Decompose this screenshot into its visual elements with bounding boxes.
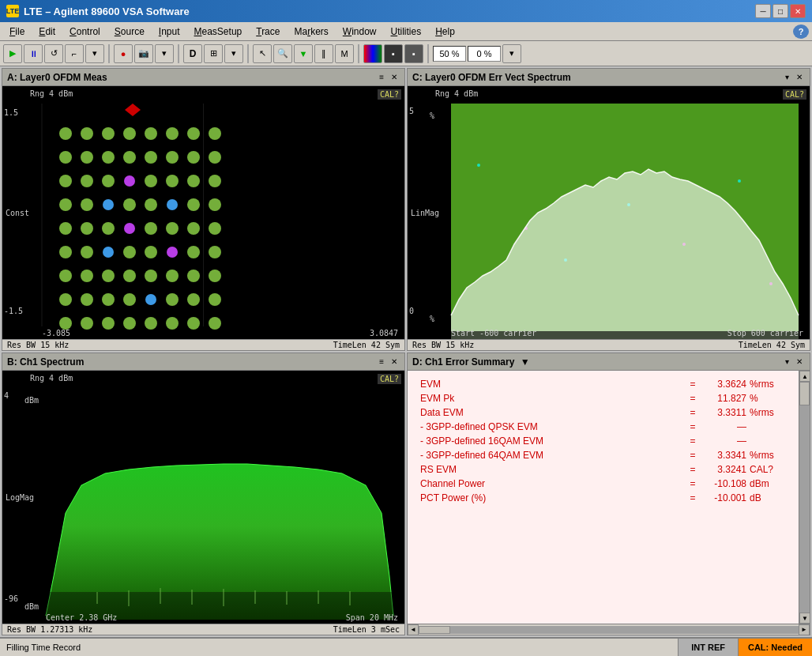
svg-point-42 bbox=[59, 246, 72, 258]
panel-c-close-icon[interactable]: ✕ bbox=[794, 73, 805, 81]
error-name-4: - 3GPP-defined 16QAM EVM bbox=[420, 435, 686, 447]
error-row-5: - 3GPP-defined 64QAM EVM = 3.3341 %rms bbox=[420, 448, 786, 462]
error-name-0: EVM bbox=[420, 379, 686, 390]
panel-b-close-icon[interactable]: ✕ bbox=[389, 357, 400, 366]
svg-point-43 bbox=[81, 246, 93, 258]
scrollbar-up-button[interactable]: ▲ bbox=[799, 371, 810, 382]
bg-button[interactable]: ▪ bbox=[384, 44, 403, 63]
panel-c-info: Res BW 15 kHz TimeLen 42 Sym bbox=[408, 339, 810, 350]
close-button[interactable]: ✕ bbox=[790, 4, 806, 18]
status-intref: INT REF bbox=[678, 639, 739, 656]
step-button[interactable]: ⌐ bbox=[65, 44, 84, 63]
panel-b: B: Ch1 Spectrum ≡ ✕ Rng 4 dBm CAL? 4 dBm… bbox=[2, 353, 405, 635]
menu-help[interactable]: Help bbox=[429, 25, 461, 39]
menu-trace[interactable]: Trace bbox=[250, 25, 286, 39]
svg-point-29 bbox=[123, 198, 136, 211]
menu-file[interactable]: File bbox=[3, 25, 31, 39]
panel-d-scroll: EVM = 3.3624 %rms EVM Pk = 11.827 % Data… bbox=[408, 371, 810, 624]
grid-down-button[interactable]: ▾ bbox=[224, 44, 243, 63]
svg-point-56 bbox=[187, 270, 200, 282]
panel-a-close-icon[interactable]: ✕ bbox=[389, 73, 400, 81]
toolbar-sep-5 bbox=[427, 44, 429, 63]
record-button[interactable]: ● bbox=[114, 44, 133, 63]
panel-d-dropdown-icon[interactable]: ▼ bbox=[521, 356, 530, 368]
svg-point-58 bbox=[59, 293, 72, 306]
percent-down-button[interactable]: ▾ bbox=[502, 44, 521, 63]
panel-a-x-right: 3.0847 bbox=[370, 329, 398, 337]
toolbar-sep-3 bbox=[247, 44, 249, 63]
step-down-button[interactable]: ▾ bbox=[85, 44, 104, 63]
error-eq-6: = bbox=[686, 464, 699, 475]
maximize-button[interactable]: □ bbox=[773, 4, 788, 18]
toolbar-sep-1 bbox=[108, 44, 110, 63]
error-row-0: EVM = 3.3624 %rms bbox=[420, 377, 786, 391]
menu-control[interactable]: Control bbox=[63, 25, 107, 39]
play-button[interactable]: ▶ bbox=[3, 44, 22, 63]
percent1-display[interactable]: 50 % bbox=[433, 46, 466, 62]
zoom-button[interactable]: 🔍 bbox=[273, 44, 292, 63]
error-val-4: — bbox=[699, 435, 746, 447]
svg-point-14 bbox=[145, 151, 157, 164]
toolbar-sep-2 bbox=[178, 44, 179, 63]
panel-b-info: Res BW 1.27313 kHz TimeLen 3 mSec bbox=[2, 624, 404, 635]
trace-button[interactable]: ▪ bbox=[404, 44, 423, 63]
percent2-display[interactable]: 0 % bbox=[468, 46, 501, 62]
screenshot-button[interactable]: 📷 bbox=[134, 44, 153, 63]
hscroll-track[interactable] bbox=[419, 626, 799, 634]
title-bar: LTE LTE – Agilent 89600 VSA Software ─ □… bbox=[0, 0, 812, 22]
svg-point-54 bbox=[145, 270, 157, 282]
minimize-button[interactable]: ─ bbox=[755, 4, 771, 18]
panel-b-header: B: Ch1 Spectrum ≡ ✕ bbox=[2, 353, 404, 371]
hscroll-thumb[interactable] bbox=[419, 626, 450, 634]
panel-c-plot: Rng 4 dBm CAL? 5 % LinMag 0 % bbox=[408, 86, 810, 339]
panel-a-controls[interactable]: ≡ ✕ bbox=[377, 73, 400, 81]
parallel-button[interactable]: ‖ bbox=[314, 44, 333, 63]
d-button[interactable]: D bbox=[183, 44, 202, 63]
panel-a-x-left: -3.085 bbox=[42, 329, 70, 337]
menu-source[interactable]: Source bbox=[108, 25, 151, 39]
svg-point-23 bbox=[166, 175, 179, 187]
color-button[interactable] bbox=[363, 44, 382, 63]
grid-button[interactable]: ⊞ bbox=[204, 44, 223, 63]
menu-utilities[interactable]: Utilities bbox=[385, 25, 428, 39]
panel-a-menu-icon[interactable]: ≡ bbox=[377, 73, 386, 81]
toolbar: ▶ ⏸ ↺ ⌐ ▾ ● 📷 ▾ D ⊞ ▾ ↖ 🔍 ▼ ‖ M ▪ ▪ 50 %… bbox=[0, 41, 812, 66]
panel-d-close-icon[interactable]: ✕ bbox=[794, 357, 805, 366]
svg-point-66 bbox=[59, 317, 72, 330]
scrollbar-track[interactable] bbox=[799, 382, 810, 613]
svg-point-28 bbox=[103, 199, 114, 210]
hscroll-left-button[interactable]: ◄ bbox=[408, 624, 419, 635]
panel-d-menu-icon[interactable]: ▾ bbox=[783, 357, 791, 366]
more-button[interactable]: ▾ bbox=[155, 44, 174, 63]
triangle-button[interactable]: ▼ bbox=[294, 44, 313, 63]
menu-edit[interactable]: Edit bbox=[32, 25, 62, 39]
menu-input[interactable]: Input bbox=[152, 25, 186, 39]
panel-c-menu-icon[interactable]: ▾ bbox=[783, 73, 791, 81]
panel-d-controls[interactable]: ▾ ✕ bbox=[783, 357, 805, 366]
hscroll-right-button[interactable]: ► bbox=[799, 624, 810, 635]
svg-point-2 bbox=[59, 127, 72, 140]
restart-button[interactable]: ↺ bbox=[44, 44, 63, 63]
error-row-6: RS EVM = 3.3241 CAL? bbox=[420, 462, 786, 477]
menu-meassetup[interactable]: MeasSetup bbox=[188, 25, 249, 39]
panel-d-hscroll[interactable]: ◄ ► bbox=[408, 624, 810, 635]
panel-d-scrollbar[interactable]: ▲ ▼ bbox=[799, 371, 810, 624]
panel-b-controls[interactable]: ≡ ✕ bbox=[377, 357, 400, 366]
menu-markers[interactable]: Markers bbox=[288, 25, 334, 39]
menu-window[interactable]: Window bbox=[336, 25, 383, 39]
svg-point-30 bbox=[145, 198, 157, 211]
scrollbar-thumb[interactable] bbox=[799, 382, 810, 405]
toolbar-sep-4 bbox=[358, 44, 359, 63]
pause-button[interactable]: ⏸ bbox=[24, 44, 43, 63]
help-icon[interactable]: ? bbox=[793, 25, 809, 39]
panel-c-controls[interactable]: ▾ ✕ bbox=[783, 73, 805, 81]
svg-point-71 bbox=[166, 317, 179, 330]
title-controls[interactable]: ─ □ ✕ bbox=[755, 4, 806, 18]
svg-point-24 bbox=[187, 175, 200, 187]
marker-button[interactable]: M bbox=[335, 44, 354, 63]
cursor-button[interactable]: ↖ bbox=[253, 44, 272, 63]
svg-point-55 bbox=[166, 270, 179, 282]
panel-b-menu-icon[interactable]: ≡ bbox=[377, 357, 386, 366]
scrollbar-down-button[interactable]: ▼ bbox=[799, 613, 810, 624]
svg-point-27 bbox=[81, 198, 93, 211]
